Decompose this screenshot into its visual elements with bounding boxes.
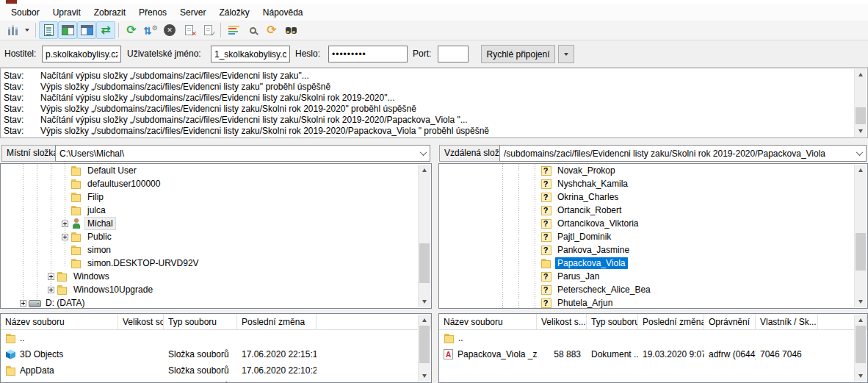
port-input[interactable] (438, 46, 469, 62)
file-row-[interactable]: .. (1, 330, 431, 346)
scroll-up-button[interactable] (419, 165, 430, 176)
toolbar-button-toggle-local-tree[interactable] (58, 21, 77, 39)
quickconnect-button[interactable]: Rychlé připojení (481, 45, 555, 63)
scroll-up-button[interactable] (855, 69, 867, 80)
column-header-posledn-zm-na[interactable]: Poslední změna (638, 314, 704, 329)
vertical-scrollbar[interactable] (854, 165, 867, 307)
tree-item-windows10upgrade[interactable]: Windows10Upgrade (1, 283, 431, 296)
tree-item-pajtl-dominik[interactable]: ?Pajtl_Dominik (439, 230, 867, 243)
scroll-up-button[interactable] (419, 315, 430, 326)
tree-item-simon-desktop-urvd92v[interactable]: simon.DESKTOP-URVD92V (1, 257, 431, 270)
tree-item-julca[interactable]: julca (1, 204, 431, 217)
scrollbar-thumb[interactable] (419, 326, 430, 362)
file-row-papackova-viola-zm[interactable]: APapackova_Viola _zm...58 883Dokument ..… (439, 346, 867, 362)
toolbar-button-filter[interactable] (224, 21, 243, 39)
column-header-vlastn-k-sk[interactable]: Vlastník / Sk... (756, 314, 818, 329)
toolbar-dropdown-site-manager[interactable] (22, 21, 32, 39)
menu-item-p-enos[interactable]: Přenos (132, 6, 173, 19)
toolbar-button-find-files[interactable] (281, 21, 300, 39)
horizontal-splitter[interactable] (0, 138, 868, 144)
menu-item-z-lo-ky[interactable]: Záložky (212, 6, 256, 19)
host-input[interactable] (42, 46, 121, 62)
quickconnect-dropdown-button[interactable] (558, 45, 574, 63)
file-row-[interactable]: .. (439, 330, 867, 346)
file-row-contacts[interactable]: ContactsSložka souborů17.06.2020 22:15:1… (1, 379, 431, 383)
vertical-scrollbar[interactable] (854, 69, 867, 137)
tree-item-ortancikova-viktoria[interactable]: ?Ortancikova_Viktoria (439, 217, 867, 230)
column-header-opr-vn-n[interactable]: Oprávnění (704, 314, 756, 329)
menu-item-n-pov-da[interactable]: Nápověda (256, 6, 310, 19)
vertical-scrollbar[interactable] (418, 315, 430, 382)
local-path-combo[interactable] (55, 145, 430, 162)
username-input[interactable] (211, 46, 290, 62)
tree-item-filip[interactable]: Filip (1, 190, 431, 204)
scroll-down-button[interactable] (855, 296, 867, 307)
expand-plus-button[interactable] (62, 221, 68, 227)
scroll-down-button[interactable] (419, 371, 430, 382)
toolbar-button-toggle-message-log[interactable] (39, 21, 58, 39)
password-input[interactable] (328, 46, 408, 62)
scroll-down-button[interactable] (419, 296, 430, 307)
tree-item-okrina-charles[interactable]: ?Okrina_Charles (439, 190, 867, 204)
tree-item-ortancik-robert[interactable]: ?Ortancik_Robert (439, 204, 867, 217)
expand-plus-button[interactable] (48, 287, 54, 293)
toolbar-button-toggle-transfer-queue[interactable]: ⇄ (96, 21, 115, 39)
scroll-down-button[interactable] (855, 371, 867, 382)
column-header-n-zev-souboru[interactable]: Název souboruˆ (439, 314, 537, 329)
tree-item-windows[interactable]: Windows (1, 270, 431, 283)
toolbar-button-disconnect[interactable]: ✕ (179, 21, 198, 39)
combo-dropdown[interactable] (853, 146, 866, 161)
toolbar-button-directory-comparison[interactable] (243, 21, 262, 39)
vertical-splitter[interactable] (432, 163, 438, 383)
tree-item-default-user[interactable]: Default User (1, 164, 431, 177)
toolbar-button-toggle-remote-tree[interactable] (77, 21, 96, 39)
tree-item-d-data[interactable]: D: (DATA) (1, 296, 431, 309)
expand-plus-button[interactable] (48, 273, 54, 280)
menu-item-upravit[interactable]: Upravit (46, 6, 87, 19)
expand-plus-button[interactable] (62, 234, 68, 240)
toolbar-button-cancel[interactable]: ✕ (160, 21, 179, 39)
remote-path-combo[interactable] (499, 145, 867, 162)
tree-item-papackova-viola[interactable]: Papackova_Viola (439, 257, 867, 270)
menu-item-zobrazit[interactable]: Zobrazit (87, 6, 132, 19)
vertical-scrollbar[interactable] (854, 315, 867, 382)
scrollbar-thumb[interactable] (419, 243, 430, 283)
column-header-velikost-so[interactable]: Velikost so... (118, 314, 164, 329)
column-header-typ-souboru[interactable]: Typ souboru (587, 314, 638, 329)
tree-item-nyshchak-kamila[interactable]: ?Nyshchak_Kamila (439, 177, 867, 190)
vertical-scrollbar[interactable] (418, 165, 430, 307)
toolbar-button-site-manager[interactable] (3, 21, 22, 39)
column-header-velikost-s[interactable]: Velikost s... (537, 314, 587, 329)
file-row-3d-objects[interactable]: 3D ObjectsSložka souborů17.06.2020 22:15… (1, 346, 431, 362)
tree-item-public[interactable]: Public (1, 230, 431, 243)
tree-item-parus-jan[interactable]: ?Parus_Jan (439, 270, 867, 283)
toolbar-button-refresh[interactable]: ⟳ (122, 21, 141, 39)
scroll-up-button[interactable] (855, 315, 867, 326)
menu-item-soubor[interactable]: Soubor (4, 6, 46, 19)
scrollbar-thumb[interactable] (856, 233, 866, 270)
column-header-typ-souboru[interactable]: Typ souboru (164, 314, 237, 329)
tree-item-peterscheck-alice-bea[interactable]: ?Peterscheck_Alice_Bea (439, 283, 867, 296)
local-path-input[interactable] (56, 148, 416, 159)
tree-item-phutela-arjun[interactable]: ?Phutela_Arjun (439, 296, 867, 309)
menu-item-server[interactable]: Server (173, 6, 212, 19)
expand-plus-button[interactable] (20, 300, 26, 307)
file-row-appdata[interactable]: AppDataSložka souborů17.06.2020 22:10:21 (1, 362, 431, 379)
toolbar-button-synchronized-browsing[interactable]: ⟳ (262, 21, 281, 39)
column-header-posledn-zm-na[interactable]: Poslední změna (237, 314, 317, 329)
scrollbar-thumb[interactable] (856, 326, 866, 362)
tree-item-pankova-jasmine[interactable]: ?Pankova_Jasmine (439, 243, 867, 257)
remote-path-input[interactable] (500, 148, 853, 159)
scroll-up-button[interactable] (855, 165, 867, 176)
toolbar-button-process-queue[interactable]: ⇅⚙ (141, 21, 160, 39)
column-header-n-zev-souboru[interactable]: Název souboruˆ (1, 314, 118, 329)
combo-dropdown[interactable] (416, 146, 430, 161)
scrollbar-thumb[interactable] (856, 107, 866, 124)
tree-item-novak-prokop[interactable]: ?Novak_Prokop (439, 164, 867, 177)
cell-posledn-zm-na: 19.03.2020 9:07... (638, 349, 704, 359)
scroll-down-button[interactable] (855, 126, 867, 137)
toolbar-button-reconnect[interactable]: ✓ (198, 21, 217, 39)
tree-item-defaultuser100000[interactable]: defaultuser100000 (1, 177, 431, 190)
tree-item-simon[interactable]: simon (1, 243, 431, 257)
tree-item-michal[interactable]: Michal (1, 217, 431, 230)
